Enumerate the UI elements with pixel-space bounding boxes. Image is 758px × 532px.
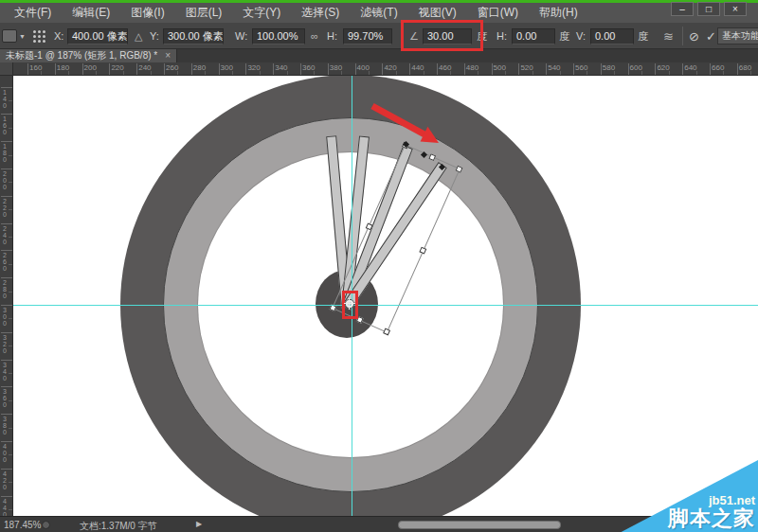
ruler-label: 580 (603, 63, 615, 72)
ruler-label: 380 (3, 416, 9, 435)
horizontal-ruler[interactable]: 1601802002202402602803003203403603804004… (13, 62, 758, 76)
menu-item[interactable]: 选择(S) (291, 3, 350, 23)
horizontal-scrollbar-thumb[interactable] (398, 521, 561, 529)
ruler-label: 520 (520, 63, 532, 72)
ruler-tick (9, 373, 12, 374)
workspace-switcher-button[interactable]: 基本功能 (717, 27, 758, 44)
ruler-tick (546, 63, 547, 76)
ruler-tick (682, 63, 683, 76)
document-canvas[interactable] (13, 76, 758, 516)
ruler-label: 280 (3, 279, 9, 299)
ruler-label: 500 (494, 63, 506, 72)
ruler-label: 680 (739, 63, 751, 72)
ruler-tick (1, 168, 13, 169)
warp-mode-icon[interactable]: ≋ (663, 23, 674, 49)
transform-handle[interactable] (366, 222, 373, 230)
menu-item[interactable]: 编辑(E) (62, 3, 120, 23)
ruler-label: 440 (3, 498, 9, 516)
ruler-label: 420 (384, 63, 396, 72)
y-position-label: Y: (150, 23, 162, 49)
ruler-label: 360 (3, 388, 9, 408)
ruler-tick (737, 63, 738, 76)
ruler-tick (9, 182, 12, 183)
ruler-tick (109, 63, 110, 76)
ruler-tick (300, 63, 301, 76)
menu-item[interactable]: 图层(L) (175, 3, 233, 23)
tab-close-icon[interactable]: × (165, 49, 171, 62)
transform-handle[interactable] (428, 153, 436, 161)
ruler-tick (1, 141, 13, 142)
maximize-button[interactable]: □ (697, 2, 720, 16)
close-button[interactable]: × (724, 2, 747, 16)
menu-item[interactable]: 窗口(W) (467, 3, 529, 23)
ruler-tick (136, 63, 137, 76)
ruler-tick (655, 63, 656, 76)
relative-position-icon[interactable]: △ (135, 23, 142, 49)
menu-item[interactable]: 文件(F) (4, 3, 62, 23)
menu-item[interactable]: 帮助(H) (529, 3, 588, 23)
ruler-label: 240 (138, 63, 151, 72)
ruler-tick (1, 469, 13, 470)
transform-reference-point-icon[interactable] (346, 300, 353, 308)
ruler-tick (9, 482, 12, 483)
menu-item[interactable]: 文字(Y) (232, 3, 291, 23)
ruler-tick (1, 496, 13, 497)
ruler-label: 200 (3, 170, 9, 190)
menu-item[interactable]: 视图(V) (408, 3, 467, 23)
v-skew-input[interactable]: 0.00 (590, 28, 634, 44)
ruler-tick (245, 63, 246, 76)
vertical-ruler[interactable]: 1401601802002202402602803003203403603804… (0, 76, 13, 516)
ruler-label: 260 (3, 252, 9, 272)
ruler-tick (9, 346, 12, 346)
ruler-label: 400 (357, 63, 370, 72)
h-skew-unit: 度 (559, 23, 572, 49)
ruler-tick (9, 509, 12, 510)
ruler-label: 220 (111, 63, 123, 72)
zoom-level-field[interactable]: 187.45% (4, 520, 41, 530)
window-controls: –□× (671, 2, 747, 16)
ruler-tick (437, 63, 438, 76)
width-input[interactable]: 100.00% (252, 28, 305, 44)
ruler-label: 160 (29, 63, 42, 72)
v-skew-unit: 度 (638, 23, 651, 49)
tool-preset-picker[interactable]: ▼ (2, 23, 26, 49)
rotation-angle-input[interactable]: 30.00 (423, 28, 472, 44)
link-dimensions-icon[interactable]: ∞ (311, 23, 318, 49)
h-skew-input[interactable]: 0.00 (512, 28, 555, 44)
ruler-tick (9, 454, 12, 455)
commit-transform-button[interactable]: ✓ (706, 23, 716, 49)
menu-item[interactable]: 图像(I) (120, 3, 174, 23)
ruler-label: 440 (411, 63, 424, 72)
minimize-button[interactable]: – (671, 2, 694, 16)
watermark-name: 脚本之家 (668, 507, 755, 530)
y-position-input[interactable]: 300.00 像素 (163, 28, 224, 44)
ruler-tick (710, 63, 711, 76)
ruler-tick (164, 63, 165, 76)
ruler-tick (1, 277, 13, 278)
ruler-tick (191, 63, 192, 76)
ruler-tick (1, 196, 13, 197)
document-info-icon (42, 521, 50, 529)
x-position-input[interactable]: 400.00 像素 (67, 28, 128, 44)
ruler-tick (9, 209, 12, 210)
cancel-transform-button[interactable]: ⊘ (689, 23, 699, 49)
height-input[interactable]: 99.70% (343, 28, 392, 44)
ruler-label: 620 (657, 63, 669, 72)
ruler-label: 160 (3, 115, 9, 135)
status-popup-arrow-icon[interactable]: ▶ (196, 520, 202, 528)
ruler-tick (9, 155, 12, 156)
ruler-tick (601, 63, 602, 76)
reference-point-locator-icon[interactable] (32, 28, 47, 44)
menu-item[interactable]: 滤镜(T) (350, 3, 407, 23)
document-tab[interactable]: 未标题-1 @ 187% (矩形 1, RGB/8) * × (0, 49, 177, 62)
ruler-tick (1, 223, 13, 224)
menu-bar: 文件(F)编辑(E)图像(I)图层(L)文字(Y)选择(S)滤镜(T)视图(V)… (0, 3, 758, 23)
ruler-label: 400 (3, 443, 9, 463)
document-size-info: 文档:1.37M/0 字节 (80, 520, 157, 532)
options-divider (682, 27, 683, 45)
ruler-label: 660 (712, 63, 724, 72)
ruler-corner[interactable] (0, 62, 13, 76)
x-position-label: X: (54, 23, 66, 49)
chevron-down-icon: ▼ (19, 33, 26, 40)
rotation-angle-unit: 度 (477, 23, 490, 49)
